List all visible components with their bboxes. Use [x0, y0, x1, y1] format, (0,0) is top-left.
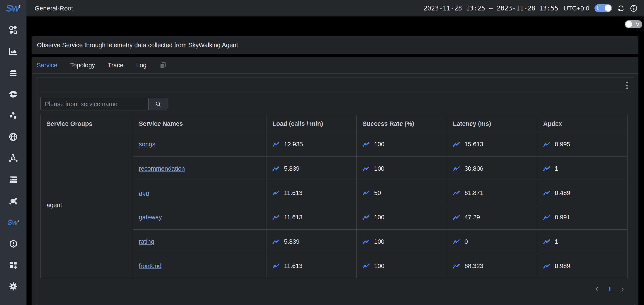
trend-icon: [453, 239, 460, 244]
load-value: 12.935: [284, 141, 303, 148]
new-dashboard-icon: [8, 260, 18, 270]
column-service-groups: Service Groups: [40, 115, 133, 132]
sidebar-item-scatter[interactable]: [0, 105, 26, 126]
latency-value: 30.806: [464, 165, 484, 172]
trend-icon: [272, 166, 280, 172]
banner-text: Observe Service through telemetry data c…: [37, 42, 240, 49]
column-service-names: Service Names: [133, 115, 266, 132]
mesh-cube-icon: [8, 154, 18, 163]
page-title: General-Root: [34, 5, 73, 12]
load-value: 11.613: [284, 214, 302, 221]
service-link[interactable]: frontend: [139, 262, 162, 269]
moon-icon: ☾: [596, 5, 601, 11]
info-button[interactable]: [630, 4, 638, 12]
service-link[interactable]: app: [139, 190, 149, 196]
chevron-left-icon: [594, 286, 600, 292]
timezone-label: UTC+0:0: [564, 5, 589, 12]
trend-icon: [272, 142, 280, 147]
apdex-value: 0.995: [555, 141, 570, 148]
tab-service[interactable]: Service: [37, 62, 58, 69]
trend-icon: [543, 166, 550, 172]
service-group-cell: agent: [40, 132, 133, 278]
refresh-button[interactable]: [617, 4, 625, 12]
tab-topology[interactable]: Topology: [70, 62, 95, 69]
trend-icon: [453, 142, 460, 147]
load-value: 5.839: [284, 165, 300, 172]
logo-swoosh: ’: [18, 3, 20, 14]
table-row: agent songs 12.935 100 15.613 0.995: [40, 132, 628, 156]
success-rate-value: 100: [374, 141, 384, 148]
skywalking-logo[interactable]: Sw’: [6, 0, 20, 16]
service-link[interactable]: gateway: [139, 214, 162, 221]
load-value: 11.613: [284, 262, 302, 270]
settings-gear-icon: [8, 282, 18, 291]
trend-icon: [272, 190, 280, 196]
load-value: 5.839: [284, 238, 300, 245]
column-success-rate: Success Rate (%): [356, 115, 447, 132]
logo-text: Sw: [6, 3, 19, 14]
sidebar-item-settings[interactable]: [0, 276, 26, 297]
sidebar-item-donut-chart[interactable]: [0, 84, 26, 105]
infrastructure-network-icon: [8, 196, 18, 206]
latency-value: 61.871: [464, 190, 484, 196]
tab-log[interactable]: Log: [136, 62, 146, 69]
sidebar-item-mesh[interactable]: [0, 148, 26, 169]
sidebar-item-browser[interactable]: [0, 126, 26, 148]
sidebar-item-infrastructure[interactable]: [0, 190, 26, 212]
search-icon: [155, 101, 162, 107]
sidebar-item-server-list[interactable]: [0, 169, 26, 190]
widget-header: [36, 78, 635, 93]
apdex-value: 1: [555, 238, 558, 245]
sidebar-item-new-dashboard[interactable]: [0, 254, 26, 276]
refresh-icon: [617, 4, 625, 12]
page-number[interactable]: 1: [608, 286, 612, 293]
copy-icon: [159, 62, 166, 69]
apdex-value: 1: [555, 165, 558, 172]
search-button[interactable]: [148, 98, 168, 110]
service-link[interactable]: rating: [139, 238, 154, 245]
success-rate-value: 50: [374, 190, 381, 196]
success-rate-value: 100: [374, 214, 384, 221]
alarm-hexagon-icon: [8, 239, 18, 248]
dashboard-description-banner: Observe Service through telemetry data c…: [32, 36, 638, 54]
trend-icon: [543, 190, 550, 196]
view-edit-toggle-knob: [626, 21, 632, 28]
view-edit-toggle[interactable]: V: [625, 20, 642, 28]
service-table: Service Groups Service Names Load (calls…: [40, 115, 628, 278]
trend-icon: [362, 190, 370, 196]
trend-icon: [272, 215, 280, 220]
latency-value: 0: [464, 238, 468, 245]
sidebar-nav: Sw’: [0, 20, 26, 297]
widget-menu-button[interactable]: [625, 80, 629, 90]
trend-icon: [362, 215, 370, 220]
sidebar-item-alarm[interactable]: [0, 233, 26, 254]
next-page-button[interactable]: [620, 286, 625, 292]
trend-icon: [362, 142, 370, 147]
success-rate-value: 100: [374, 165, 384, 172]
sidebar-item-skywalking[interactable]: Sw’: [0, 212, 26, 233]
column-load: Load (calls / min): [266, 115, 356, 132]
service-link[interactable]: songs: [139, 141, 155, 148]
trend-icon: [362, 239, 370, 244]
info-icon: [630, 4, 638, 12]
theme-toggle[interactable]: ☾: [594, 4, 612, 12]
service-link[interactable]: recommendation: [139, 165, 185, 172]
trend-icon: [543, 142, 550, 147]
donut-chart-icon: [8, 90, 18, 99]
trend-icon: [543, 263, 550, 269]
copy-tabs-button[interactable]: [159, 62, 166, 69]
view-edit-toggle-label: V: [636, 21, 640, 28]
tab-bar: Service Topology Trace Log: [32, 57, 638, 74]
trend-icon: [543, 215, 550, 220]
topbar: General-Root 2023-11-28 13:25 ~ 2023-11-…: [26, 0, 644, 16]
server-list-icon: [8, 175, 18, 184]
prev-page-button[interactable]: [594, 286, 600, 292]
sidebar-item-marketplace[interactable]: [0, 41, 26, 62]
tab-trace[interactable]: Trace: [108, 62, 124, 69]
service-search-input[interactable]: [40, 98, 148, 110]
load-value: 11.613: [284, 190, 302, 196]
table-header-row: Service Groups Service Names Load (calls…: [40, 115, 628, 132]
sidebar-item-layers[interactable]: [0, 62, 26, 84]
sidebar-item-dashboards[interactable]: [0, 20, 26, 41]
time-range-picker[interactable]: 2023-11-28 13:25 ~ 2023-11-28 13:55: [424, 4, 558, 12]
